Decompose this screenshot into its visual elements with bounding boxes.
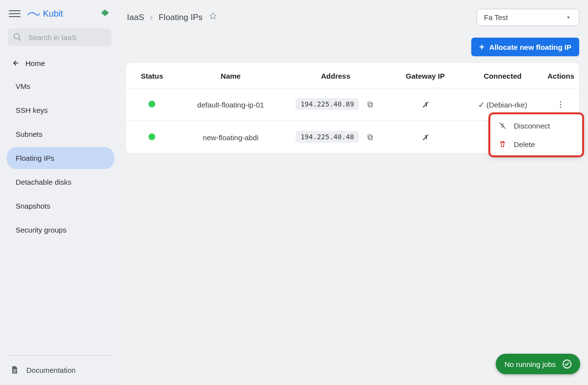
sidebar-item-snapshots[interactable]: Snapshots xyxy=(7,195,114,217)
unlink-icon xyxy=(498,121,507,130)
sidebar-divider xyxy=(9,355,110,356)
sidebar-item-detachable-disks[interactable]: Detachable disks xyxy=(7,171,114,193)
col-header-gateway: Gateway IP xyxy=(388,63,462,88)
jobs-status-label: No running jobs xyxy=(504,360,556,368)
topbar: IaaS › Floating IPs Fa Test xyxy=(126,7,579,32)
cell-address: 194.225.40.48 xyxy=(295,131,359,143)
col-header-connected: Connected xyxy=(462,63,543,88)
documentation-link[interactable]: Documentation xyxy=(9,363,110,377)
star-outline-icon xyxy=(209,12,217,21)
allocate-button-label: Allocate new floating IP xyxy=(489,43,571,51)
sidebar-item-security-groups[interactable]: Security groups xyxy=(7,219,114,241)
menu-item-disconnect[interactable]: Disconnect xyxy=(490,116,582,135)
sidebar-item-subnets[interactable]: Subnets xyxy=(7,123,114,145)
plus-icon: + xyxy=(479,43,484,51)
arrow-left-icon xyxy=(11,59,20,67)
col-header-name: Name xyxy=(178,63,283,88)
main-content: IaaS › Floating IPs Fa Test + Allocate xyxy=(119,0,588,385)
svg-rect-10 xyxy=(369,136,372,140)
svg-rect-11 xyxy=(368,135,371,139)
svg-rect-5 xyxy=(369,103,372,107)
allocate-floating-ip-button[interactable]: + Allocate new floating IP xyxy=(471,38,579,56)
svg-point-9 xyxy=(560,107,562,108)
col-header-actions: Actions xyxy=(543,63,579,88)
copy-address-button[interactable] xyxy=(365,132,376,143)
jobs-status-badge[interactable]: No running jobs xyxy=(496,354,580,374)
row-actions-menu: Disconnect Delete xyxy=(490,114,582,155)
status-indicator xyxy=(148,133,155,140)
svg-point-7 xyxy=(560,101,562,103)
sidebar: Kubit Home VMs SSH keys Subnets Floating… xyxy=(0,0,119,385)
breadcrumb: IaaS › Floating IPs xyxy=(127,12,217,23)
menu-item-disconnect-label: Disconnect xyxy=(514,122,550,130)
home-link[interactable]: Home xyxy=(0,54,119,72)
menu-item-delete-label: Delete xyxy=(514,140,535,149)
col-header-address: Address xyxy=(283,63,388,88)
cell-address: 194.225.40.89 xyxy=(295,98,359,110)
check-icon: ✓ xyxy=(478,101,484,109)
copy-icon xyxy=(366,101,374,108)
cell-name: default-floating-ip-01 xyxy=(178,88,283,121)
cell-name: new-floating-abdi xyxy=(178,121,283,154)
sidebar-item-ssh-keys[interactable]: SSH keys xyxy=(7,99,114,121)
project-selector-value: Fa Test xyxy=(484,13,508,21)
caret-down-icon xyxy=(565,14,572,21)
home-label: Home xyxy=(25,59,45,67)
svg-rect-3 xyxy=(14,371,17,371)
sidebar-item-vms[interactable]: VMs xyxy=(7,75,114,97)
sidebar-nav: VMs SSH keys Subnets Floating IPs Detach… xyxy=(0,72,119,244)
svg-rect-6 xyxy=(368,102,371,106)
kebab-icon xyxy=(556,100,565,109)
connected-target: (Debian-rke) xyxy=(486,101,527,109)
copy-address-button[interactable] xyxy=(365,99,376,110)
documentation-label: Documentation xyxy=(26,366,76,374)
search-input[interactable] xyxy=(27,33,106,42)
status-indicator xyxy=(148,101,155,107)
trash-icon xyxy=(498,140,507,149)
breadcrumb-current[interactable]: Floating IPs xyxy=(159,13,203,22)
row-actions-menu-button[interactable] xyxy=(554,98,567,111)
svg-point-8 xyxy=(560,104,562,106)
svg-rect-4 xyxy=(14,372,16,372)
svg-line-1 xyxy=(19,39,21,41)
breadcrumb-root[interactable]: IaaS xyxy=(127,13,144,22)
search-icon xyxy=(13,32,22,42)
brand-logo[interactable]: Kubit xyxy=(27,9,63,19)
search-field[interactable] xyxy=(8,28,111,46)
document-icon xyxy=(10,364,20,375)
chevron-right-icon: › xyxy=(150,12,153,22)
menu-toggle-button[interactable] xyxy=(9,8,21,20)
svg-line-15 xyxy=(500,123,505,128)
wave-icon xyxy=(27,9,40,18)
partner-badge-icon xyxy=(100,8,110,19)
project-selector[interactable]: Fa Test xyxy=(477,9,579,26)
menu-item-delete[interactable]: Delete xyxy=(490,135,582,153)
check-circle-icon xyxy=(562,359,572,369)
col-header-status: Status xyxy=(126,63,178,88)
copy-icon xyxy=(366,133,374,141)
svg-rect-2 xyxy=(14,369,17,370)
brand-name: Kubit xyxy=(43,9,63,19)
cell-gateway: ✗ xyxy=(422,133,428,142)
sidebar-item-floating-ips[interactable]: Floating IPs xyxy=(7,147,114,169)
favorite-toggle[interactable] xyxy=(209,12,217,23)
cell-gateway: ✗ xyxy=(422,101,428,109)
